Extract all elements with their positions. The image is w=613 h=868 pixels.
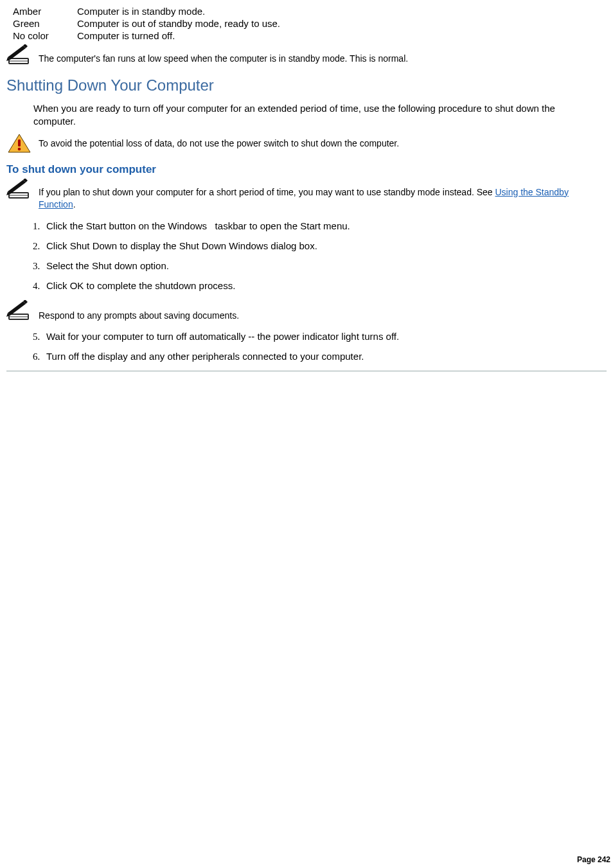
status-desc: Computer is in standby mode. xyxy=(76,5,281,17)
status-table: Amber Computer is in standby mode. Green… xyxy=(12,5,281,42)
status-desc: Computer is out of standby mode, ready t… xyxy=(76,17,281,30)
table-row: No color Computer is turned off. xyxy=(12,30,281,42)
note-text: The computer's fan runs at low speed whe… xyxy=(39,53,408,65)
warning-text: To avoid the potential loss of data, do … xyxy=(39,138,399,148)
status-label: Amber xyxy=(12,5,76,17)
note-fan: The computer's fan runs at low speed whe… xyxy=(6,44,607,65)
divider xyxy=(6,371,607,371)
list-item: Select the Shut down option. xyxy=(42,260,607,271)
note-text: Respond to any prompts about saving docu… xyxy=(39,310,239,321)
pen-note-icon xyxy=(6,179,35,199)
list-item: Turn off the display and any other perip… xyxy=(42,351,607,362)
list-item: Click the Start button on the Windows ta… xyxy=(42,220,607,231)
steps-list: Click the Start button on the Windows ta… xyxy=(26,220,607,291)
status-label: Green xyxy=(12,17,76,30)
warning-note: To avoid the potential loss of data, do … xyxy=(8,134,607,153)
pen-note-icon xyxy=(6,300,35,321)
note-prompts: Respond to any prompts about saving docu… xyxy=(6,300,607,321)
intro-paragraph: When you are ready to turn off your comp… xyxy=(33,102,599,128)
note-text: If you plan to shut down your computer f… xyxy=(39,179,607,211)
page-number: Page 242 xyxy=(577,855,610,864)
subheading-shutdown: To shut down your computer xyxy=(6,163,607,176)
table-row: Green Computer is out of standby mode, r… xyxy=(12,17,281,30)
heading-shutdown: Shutting Down Your Computer xyxy=(6,76,607,94)
note-standby: If you plan to shut down your computer f… xyxy=(6,179,607,211)
warning-icon xyxy=(8,134,31,153)
pen-note-icon xyxy=(6,44,35,65)
steps-list-continued: Wait for your computer to turn off autom… xyxy=(26,331,607,362)
status-label: No color xyxy=(12,30,76,42)
list-item: Click OK to complete the shutdown proces… xyxy=(42,280,607,291)
table-row: Amber Computer is in standby mode. xyxy=(12,5,281,17)
list-item: Click Shut Down to display the Shut Down… xyxy=(42,240,607,251)
status-desc: Computer is turned off. xyxy=(76,30,281,42)
list-item: Wait for your computer to turn off autom… xyxy=(42,331,607,342)
